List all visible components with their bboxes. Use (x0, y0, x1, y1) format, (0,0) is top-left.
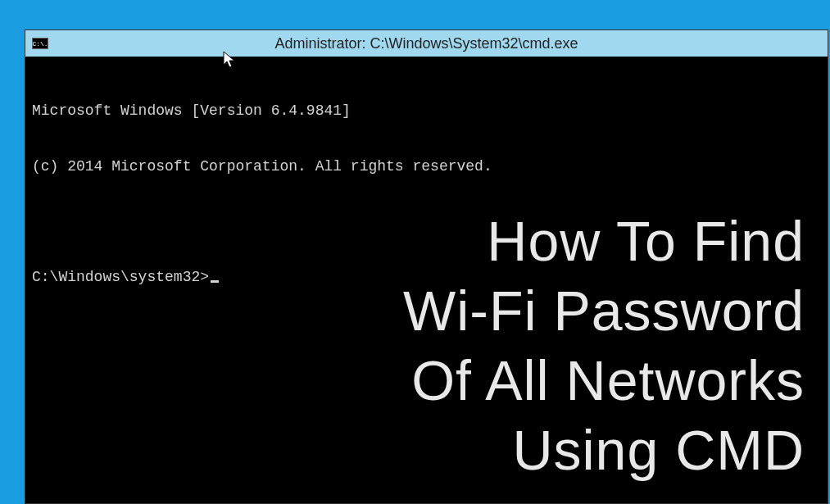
window-titlebar[interactable]: C:\. Administrator: C:\Windows\System32\… (25, 30, 828, 57)
overlay-line: Using CMD (403, 415, 805, 485)
terminal-cursor (211, 280, 219, 283)
overlay-caption: How To Find Wi-Fi Password Of All Networ… (403, 207, 805, 485)
window-title: Administrator: C:\Windows\System32\cmd.e… (274, 35, 578, 52)
terminal-line: (c) 2014 Microsoft Corporation. All righ… (32, 157, 821, 176)
overlay-line: How To Find (403, 207, 805, 276)
cmd-window: C:\. Administrator: C:\Windows\System32\… (25, 30, 828, 504)
terminal-prompt: C:\Windows\system32> (32, 268, 209, 287)
terminal-line: Microsoft Windows [Version 6.4.9841] (32, 102, 821, 120)
overlay-line: Wi-Fi Password (403, 276, 805, 346)
overlay-line: Of All Networks (403, 346, 805, 415)
cmd-icon[interactable]: C:\. (32, 38, 48, 49)
